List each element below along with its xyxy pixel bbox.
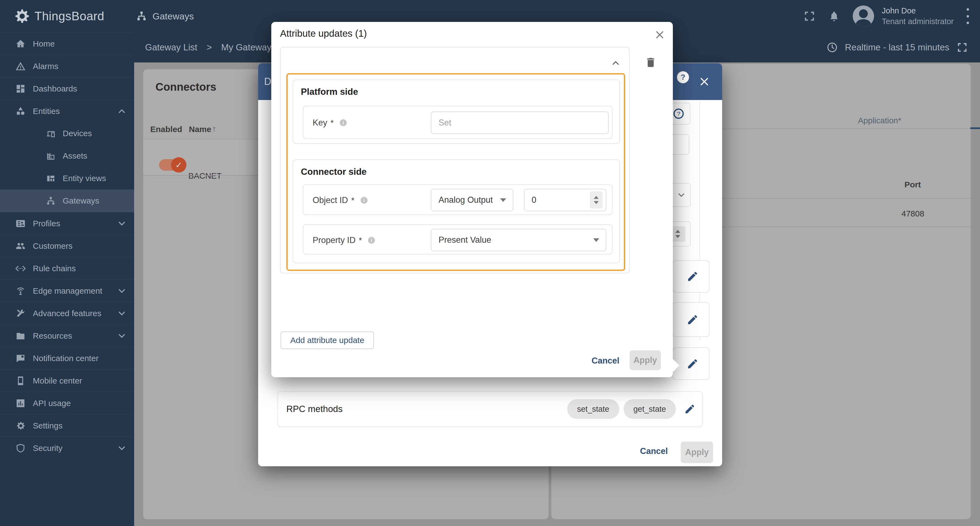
chevron-down-icon xyxy=(117,331,127,341)
rpc-chip: set_state xyxy=(567,399,619,419)
delete-attribute-trash-icon[interactable] xyxy=(645,56,657,69)
edit-pencil-icon[interactable] xyxy=(684,403,695,415)
highlighted-section: Platform side Key* Connector side xyxy=(286,73,625,271)
sidebar-item-home[interactable]: Home xyxy=(0,32,134,55)
tab-application[interactable]: Application* xyxy=(858,116,901,125)
rpc-methods-label: RPC methods xyxy=(286,404,342,414)
sidebar-item-label: Alarms xyxy=(33,62,58,71)
collapse-chevron-up-icon[interactable] xyxy=(611,58,621,68)
sidebar-item-label: Assets xyxy=(63,151,88,161)
api-usage-chart-icon xyxy=(15,398,26,408)
select-caret-icon xyxy=(500,198,506,202)
sidebar-item-security[interactable]: Security xyxy=(0,437,134,459)
edit-pencil-icon xyxy=(687,314,698,326)
popover-cancel-button[interactable]: Cancel xyxy=(592,356,619,366)
gateways-lan-icon xyxy=(46,196,56,206)
sidebar-item-label: Profiles xyxy=(33,219,60,228)
dialog-cancel-button[interactable]: Cancel xyxy=(640,446,668,456)
dashboard-fullscreen-icon[interactable] xyxy=(956,41,968,53)
connector-side-section: Connector side Object ID* Analog Output … xyxy=(293,159,620,263)
close-icon[interactable] xyxy=(654,30,665,40)
connectors-title: Connectors xyxy=(156,81,216,93)
column-header-name[interactable]: Name xyxy=(189,125,211,134)
popover-apply-button: Apply xyxy=(630,351,661,370)
sidebar-item-entity-views[interactable]: Entity views xyxy=(0,167,134,190)
advanced-tools-icon xyxy=(15,308,26,319)
sidebar-item-label: Devices xyxy=(63,129,92,138)
sidebar-item-gateways[interactable]: Gateways xyxy=(0,190,134,212)
help-outline-icon: ? xyxy=(673,108,684,120)
sidebar-item-label: Gateways xyxy=(63,196,99,206)
key-input-field[interactable] xyxy=(431,118,608,128)
breadcrumb-root[interactable]: Gateway List xyxy=(145,42,197,53)
customers-people-icon xyxy=(15,241,26,251)
sidebar-item-devices[interactable]: Devices xyxy=(0,122,134,145)
port-value: 47808 xyxy=(901,209,924,218)
key-input[interactable] xyxy=(431,112,609,134)
sidebar-item-alarms[interactable]: Alarms xyxy=(0,55,134,77)
fullscreen-icon[interactable] xyxy=(803,10,816,22)
sidebar-item-assets[interactable]: Assets xyxy=(0,145,134,167)
object-id-label: Object ID* xyxy=(313,195,368,205)
sidebar-item-mobile-center[interactable]: Mobile center xyxy=(0,369,134,392)
edit-row-button[interactable] xyxy=(673,260,710,293)
more-menu-icon[interactable] xyxy=(966,8,969,24)
mobile-phone-icon xyxy=(15,376,26,386)
close-icon[interactable] xyxy=(699,76,710,87)
sidebar-item-edge-management[interactable]: Edge management xyxy=(0,279,134,302)
dialog-apply-button: Apply xyxy=(681,442,713,463)
rule-chains-icon xyxy=(15,263,26,274)
sidebar-item-notification-center[interactable]: Notification center xyxy=(0,347,134,369)
info-icon[interactable] xyxy=(368,236,375,244)
sidebar-item-advanced-features[interactable]: Advanced features xyxy=(0,302,134,324)
key-field-label: Key* xyxy=(313,118,347,128)
user-info: John Doe Tenant administrator xyxy=(882,6,954,26)
sidebar-item-resources[interactable]: Resources xyxy=(0,324,134,347)
info-icon[interactable] xyxy=(339,119,347,127)
breadcrumb-separator: > xyxy=(207,42,212,53)
popover-title: Attribute updates (1) xyxy=(280,28,367,39)
home-icon xyxy=(15,38,26,49)
connector-name: BACNET xyxy=(188,171,222,180)
sidebar-item-dashboards[interactable]: Dashboards xyxy=(0,77,134,100)
user-role: Tenant administrator xyxy=(882,17,954,26)
sidebar-item-rule-chains[interactable]: Rule chains xyxy=(0,257,134,279)
avatar-head xyxy=(859,9,868,18)
sidebar-item-label: Resources xyxy=(33,331,72,341)
user-name: John Doe xyxy=(882,6,954,15)
user-avatar[interactable] xyxy=(853,5,874,27)
avatar-body xyxy=(856,19,871,27)
edit-pencil-icon xyxy=(687,358,698,370)
sidebar-item-customers[interactable]: Customers xyxy=(0,234,134,257)
sidebar-item-label: Mobile center xyxy=(33,376,82,386)
page-title-chip: Gateways xyxy=(136,11,194,22)
sidebar-item-label: Advanced features xyxy=(33,309,101,318)
page-title: Gateways xyxy=(153,11,194,22)
sidebar-item-entities[interactable]: Entities xyxy=(0,100,134,122)
connector-enabled-toggle[interactable]: ✓ xyxy=(159,158,186,172)
sidebar-item-settings[interactable]: Settings xyxy=(0,414,134,437)
sort-asc-icon[interactable]: ↑ xyxy=(212,124,216,134)
number-spinner[interactable] xyxy=(590,191,603,209)
timewindow-label[interactable]: Realtime - last 15 minutes xyxy=(845,42,949,53)
rpc-chips: set_state get_state xyxy=(567,399,695,419)
help-icon[interactable]: ? xyxy=(677,71,689,83)
thingsboard-logo[interactable]: ThingsBoard xyxy=(13,7,104,25)
edit-row-button[interactable] xyxy=(673,302,710,337)
notification-message-icon xyxy=(15,353,26,363)
chevron-down-icon xyxy=(117,218,127,229)
property-select[interactable]: Present Value xyxy=(431,229,606,251)
required-asterisk: * xyxy=(331,118,333,128)
sidebar-item-label: Entities xyxy=(33,107,60,116)
hierarchy-icon xyxy=(136,11,147,22)
add-attribute-update-button[interactable]: Add attribute update xyxy=(281,332,374,349)
sidebar-item-profiles[interactable]: Profiles xyxy=(0,212,134,234)
edit-row-button[interactable] xyxy=(673,347,710,380)
notifications-bell-icon[interactable] xyxy=(828,10,840,22)
property-id-label: Property ID* xyxy=(313,235,375,245)
sidebar-item-api-usage[interactable]: API usage xyxy=(0,392,134,414)
object-number-input[interactable]: 0 xyxy=(524,189,606,211)
resources-folder-icon xyxy=(15,331,26,341)
info-icon[interactable] xyxy=(360,196,368,204)
object-type-select[interactable]: Analog Output xyxy=(431,189,513,211)
